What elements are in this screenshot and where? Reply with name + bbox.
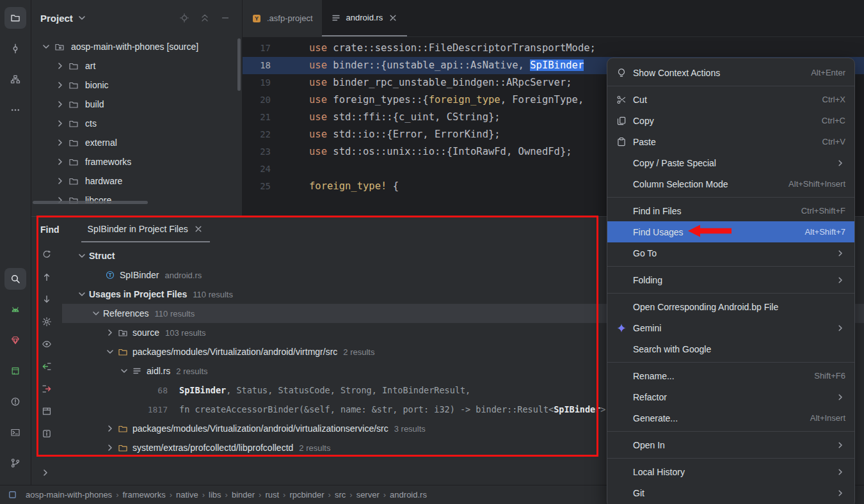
breadcrumb-android-rs[interactable]: android.rs (386, 490, 431, 500)
line-number[interactable]: 22 (243, 126, 271, 143)
preview-button[interactable] (38, 336, 55, 352)
chevron-down-icon[interactable] (76, 251, 88, 261)
locate-file-button[interactable] (179, 13, 189, 23)
project-item-libcore[interactable]: libcore (31, 191, 242, 210)
menu-item-copy[interactable]: CopyCtrl+C (607, 110, 854, 131)
horizontal-scrollbar[interactable] (33, 201, 148, 204)
project-item-frameworks[interactable]: frameworks (31, 152, 242, 171)
project-item-hardware[interactable]: hardware (31, 171, 242, 191)
terminal-button[interactable] (4, 421, 26, 443)
chevron-right-icon[interactable] (53, 80, 67, 90)
chevron-down-icon[interactable] (118, 366, 130, 376)
chevron-down-icon[interactable] (104, 347, 116, 357)
chevron-down-icon[interactable] (90, 308, 102, 319)
menu-item-cut[interactable]: CutCtrl+X (607, 89, 854, 110)
project-item-aosp-main-with-phones-source[interactable]: aosp-main-with-phones [source] (31, 37, 242, 56)
breadcrumb-rpcbinder[interactable]: rpcbinder (285, 490, 328, 500)
line-number[interactable]: 20 (243, 91, 271, 109)
project-item-bionic[interactable]: bionic (31, 75, 242, 95)
breadcrumb-libs[interactable]: libs (205, 490, 225, 500)
breadcrumb-aosp-main-with-phones[interactable]: aosp-main-with-phones (22, 490, 116, 500)
menu-item-open-corresponding-android-bp-file[interactable]: Open Corresponding Android.bp File (607, 296, 854, 317)
breadcrumb-frameworks[interactable]: frameworks (118, 490, 169, 500)
more-tool-windows-button[interactable] (4, 99, 26, 121)
menu-item-local-history[interactable]: Local History (607, 461, 854, 482)
line-number[interactable]: 18 (243, 57, 271, 74)
chevron-right-icon[interactable] (104, 423, 116, 434)
menu-item-open-in[interactable]: Open In (607, 434, 854, 455)
chevron-down-icon[interactable] (39, 42, 53, 52)
collapse-all-button[interactable] (200, 13, 210, 23)
device-manager-button[interactable] (4, 299, 26, 320)
running-devices-button[interactable] (4, 360, 26, 382)
project-item-cts[interactable]: cts (31, 114, 242, 133)
close-icon[interactable] (388, 13, 398, 23)
refresh-button[interactable] (38, 246, 55, 263)
menu-item-show-context-actions[interactable]: Show Context ActionsAlt+Enter (607, 62, 854, 83)
menu-item-folding[interactable]: Folding (607, 269, 854, 290)
hide-panel-button[interactable] (220, 13, 230, 23)
chevron-right-icon[interactable] (53, 118, 67, 129)
search-button[interactable] (4, 268, 26, 290)
menu-item-rename[interactable]: Rename...Shift+F6 (607, 365, 854, 386)
menu-item-git[interactable]: Git (607, 482, 854, 503)
hide-panel-icon (220, 13, 230, 23)
menu-item-gemini[interactable]: Gemini (607, 317, 854, 338)
chevron-right-icon[interactable] (53, 138, 67, 148)
next-result-button[interactable] (38, 291, 55, 308)
project-panel-title[interactable]: Project (40, 13, 73, 24)
project-item-art[interactable]: art (31, 56, 242, 75)
menu-item-paste[interactable]: PasteCtrl+V (607, 131, 854, 152)
chevron-right-icon[interactable] (53, 61, 67, 71)
context-menu: Show Context ActionsAlt+EnterCutCtrl+XCo… (607, 58, 855, 504)
previous-result-button[interactable] (38, 269, 55, 285)
settings-button[interactable] (38, 313, 55, 330)
close-icon[interactable] (193, 224, 204, 234)
menu-item-search-with-google[interactable]: Search with Google (607, 338, 854, 359)
chevron-right-icon[interactable] (53, 176, 67, 186)
breadcrumb-rust[interactable]: rust (261, 490, 283, 500)
vertical-scrollbar[interactable] (237, 38, 241, 91)
problems-button[interactable] (4, 391, 26, 413)
app-quality-insights-button[interactable] (4, 329, 26, 351)
code-line-17[interactable]: 17use crate::session::FileDescriptorTran… (243, 40, 864, 57)
menu-item-find-in-files[interactable]: Find in FilesCtrl+Shift+F (607, 200, 854, 221)
next-occurrence-button[interactable] (38, 381, 55, 397)
breadcrumb-src[interactable]: src (331, 490, 349, 500)
chevron-right-icon[interactable] (53, 157, 67, 167)
chevron-right-icon[interactable] (104, 327, 116, 338)
editor-tab-asfp-project[interactable]: Y.asfp-project (243, 0, 322, 36)
menu-item-go-to[interactable]: Go To (607, 242, 854, 264)
menu-item-generate[interactable]: Generate...Alt+Insert (607, 407, 854, 429)
chevron-right-icon[interactable] (104, 443, 116, 453)
chevron-down-icon[interactable] (77, 13, 87, 23)
line-number[interactable]: 24 (243, 161, 271, 178)
editor-tab-android-rs[interactable]: android.rs (322, 0, 408, 36)
commit-button[interactable] (4, 38, 26, 59)
chevron-right-icon[interactable] (40, 468, 51, 478)
project-item-external[interactable]: external (31, 133, 242, 152)
line-number[interactable]: 19 (243, 74, 271, 91)
menu-item-copy-paste-special[interactable]: Copy / Paste Special (607, 152, 854, 173)
chevron-right-icon[interactable] (53, 99, 67, 109)
icon-spacer (615, 488, 628, 498)
menu-item-column-selection-mode[interactable]: Column Selection ModeAlt+Shift+Insert (607, 173, 854, 194)
project-button[interactable] (4, 7, 26, 29)
line-number[interactable]: 25 (243, 178, 271, 195)
menu-item-find-usages[interactable]: Find UsagesAlt+Shift+7 (607, 221, 854, 242)
open-results-in-new-tab-button[interactable] (38, 403, 55, 420)
chevron-down-icon[interactable] (76, 289, 88, 299)
breadcrumb-native[interactable]: native (172, 490, 202, 500)
help-button[interactable] (38, 425, 55, 442)
previous-occurrence-button[interactable] (38, 358, 55, 375)
line-number[interactable]: 21 (243, 109, 271, 126)
menu-item-refactor[interactable]: Refactor (607, 386, 854, 407)
project-item-build[interactable]: build (31, 95, 242, 114)
breadcrumb-server[interactable]: server (353, 490, 383, 500)
line-number[interactable]: 23 (243, 143, 271, 161)
find-results-tab[interactable]: SpIBinder in Project Files (81, 217, 210, 242)
line-number[interactable]: 17 (243, 40, 271, 57)
structure-button[interactable] (4, 68, 26, 90)
breadcrumb-binder[interactable]: binder (228, 490, 259, 500)
version-control-button[interactable] (4, 452, 26, 474)
